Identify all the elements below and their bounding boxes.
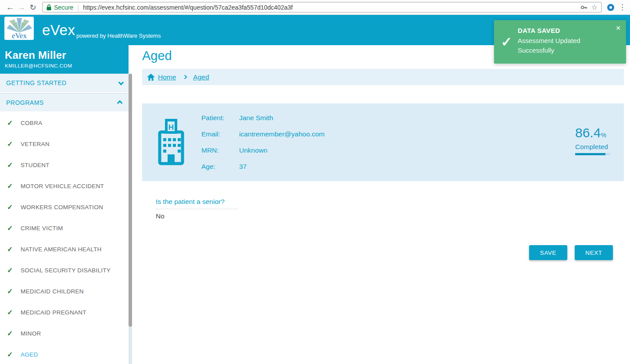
check-icon: ✓ [7, 308, 21, 317]
address-bar[interactable]: Secure | https://evex.hcfsinc.com/assess… [42, 2, 602, 13]
check-icon: ✓ [7, 287, 21, 296]
evex-logo-starburst: eVex [6, 18, 33, 39]
lock-icon [47, 4, 51, 11]
patient-value: Jane Smith [239, 113, 273, 123]
check-icon: ✓ [7, 161, 21, 169]
question-text: Is the patient a senior? [156, 198, 238, 206]
check-icon: ✓ [7, 119, 21, 127]
action-buttons: SAVE NEXT [529, 245, 613, 260]
sidebar: Karen Miller KMILLER@HCFSINC.COM GETTING… [0, 45, 129, 364]
check-icon: ✓ [7, 266, 21, 275]
progress-bar-track [575, 153, 610, 155]
browser-toolbar: ← → ↻ Secure | https://evex.hcfsinc.com/… [0, 0, 630, 15]
address-separator: | [77, 4, 79, 11]
bookmark-star-icon[interactable]: ☆ [591, 3, 598, 11]
secure-label: Secure [54, 4, 73, 11]
patient-info-card: H Patient: Jane Smith Email: icantrememb… [142, 103, 624, 181]
sidebar-item-social-security-disability[interactable]: ✓ SOCIAL SECURITY DISABILITY [0, 260, 129, 281]
svg-text:H: H [168, 123, 174, 132]
next-button[interactable]: NEXT [575, 245, 613, 260]
toast-title: DATA SAVED [518, 27, 611, 34]
sidebar-item-medicaid-pregnant[interactable]: ✓ MEDICAID PREGNANT [0, 302, 129, 323]
forward-icon[interactable]: → [16, 1, 27, 14]
question-block: Is the patient a senior? No [156, 198, 238, 220]
main-content: Aged Home Aged H Patient: Jane Smith Ema… [132, 45, 630, 364]
sidebar-section-getting-started[interactable]: GETTING STARTED [0, 74, 129, 93]
sidebar-item-aged[interactable]: ✓ AGED [0, 344, 129, 364]
check-icon: ✓ [7, 224, 21, 232]
toast-message: Assessment Updated Successfully [518, 36, 611, 55]
progress-label: Completed [575, 143, 610, 151]
browser-profile-avatar[interactable] [607, 4, 614, 11]
chevron-up-icon [117, 100, 123, 106]
refresh-icon[interactable]: ↻ [27, 1, 39, 14]
back-icon[interactable]: ← [4, 1, 16, 14]
browser-menu-icon[interactable]: ⋮ [619, 3, 626, 12]
email-label: Email: [201, 129, 239, 139]
evex-logo-text: eVex [12, 32, 27, 39]
mrn-value: Unknown [239, 146, 268, 155]
sidebar-item-veteran[interactable]: ✓ VETERAN [0, 133, 129, 154]
hospital-icon: H [157, 118, 185, 167]
sidebar-item-crime-victim[interactable]: ✓ CRIME VICTIM [0, 218, 129, 239]
patient-info-rows: Patient: Jane Smith Email: icantremember… [201, 113, 325, 171]
mrn-label: MRN: [201, 146, 239, 155]
brand-tagline: powered by HealthWare Systems [76, 32, 161, 39]
user-email: KMILLER@HCFSINC.COM [5, 63, 124, 68]
progress-percent-sign: % [601, 132, 606, 139]
sidebar-item-medicaid-children[interactable]: ✓ MEDICAID CHILDREN [0, 281, 129, 302]
email-value: icantremember@yahoo.com [239, 129, 325, 139]
url-text: https://evex.hcfsinc.com/assessment/#/qu… [83, 4, 576, 11]
breadcrumb-home-link[interactable]: Home [158, 73, 176, 81]
age-value: 37 [239, 162, 247, 171]
chevron-right-icon [183, 75, 187, 79]
chevron-down-icon [118, 79, 124, 85]
progress-percent: 86.4 [575, 125, 601, 140]
sidebar-item-student[interactable]: ✓ STUDENT [0, 154, 129, 175]
section-label: PROGRAMS [6, 99, 44, 106]
age-row: Age: 37 [201, 162, 325, 171]
check-icon: ✓ [7, 350, 21, 359]
user-name: Karen Miller [5, 49, 124, 61]
toast-data-saved: ✓ DATA SAVED Assessment Updated Successf… [494, 20, 626, 64]
user-block: Karen Miller KMILLER@HCFSINC.COM [0, 45, 129, 74]
check-icon: ✓ [7, 182, 21, 190]
sidebar-scrollbar-thumb[interactable] [129, 74, 132, 327]
question-divider [156, 209, 238, 209]
check-icon: ✓ [7, 245, 21, 253]
sidebar-section-programs[interactable]: PROGRAMS [0, 93, 129, 112]
check-icon: ✓ [7, 203, 21, 211]
check-icon: ✓ [7, 140, 21, 148]
breadcrumb: Home Aged [142, 69, 624, 85]
mrn-row: MRN: Unknown [201, 146, 325, 155]
sidebar-item-minor[interactable]: ✓ MINOR [0, 323, 129, 344]
patient-row: Patient: Jane Smith [201, 113, 325, 123]
programs-list: ✓ COBRA ✓ VETERAN ✓ STUDENT ✓ MOTOR VEHI… [0, 112, 129, 364]
save-button[interactable]: SAVE [529, 245, 567, 260]
evex-logo: eVex [4, 17, 34, 40]
home-icon[interactable] [147, 74, 155, 81]
toast-check-icon: ✓ [501, 34, 512, 50]
email-row: Email: icantremember@yahoo.com [201, 129, 325, 139]
patient-label: Patient: [201, 113, 239, 123]
check-icon: ✓ [7, 329, 21, 338]
age-label: Age: [201, 162, 239, 171]
page-title: Aged [142, 49, 172, 63]
sidebar-item-cobra[interactable]: ✓ COBRA [0, 112, 129, 133]
sidebar-item-motor-vehicle-accident[interactable]: ✓ MOTOR VEHICLE ACCIDENT [0, 175, 129, 196]
password-key-icon[interactable] [580, 4, 587, 11]
toast-close-icon[interactable]: ✕ [616, 25, 621, 32]
brand-name: eVex [42, 22, 75, 39]
sidebar-scrollbar-track[interactable] [129, 74, 132, 364]
question-answer[interactable]: No [156, 212, 238, 220]
breadcrumb-current-link[interactable]: Aged [193, 73, 209, 81]
section-label: GETTING STARTED [6, 79, 67, 86]
completion-progress: 86.4% Completed [575, 126, 610, 155]
sidebar-item-workers-compensation[interactable]: ✓ WORKERS COMPENSATION [0, 196, 129, 218]
progress-bar-fill [575, 153, 605, 155]
sidebar-item-native-american-health[interactable]: ✓ NATIVE AMERICAN HEALTH [0, 239, 129, 260]
